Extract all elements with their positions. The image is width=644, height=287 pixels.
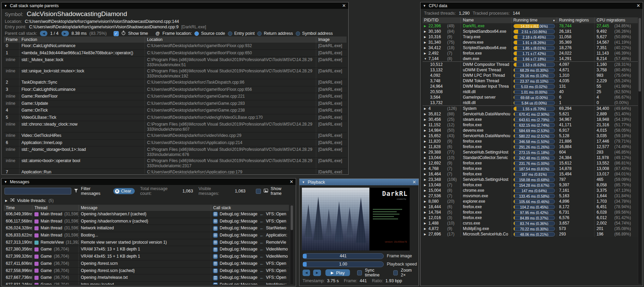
entry-value[interactable]: C:\Users\wolf\Desktop\darkrl\src\game\vi…	[29, 25, 178, 29]
cpu-row[interactable]: 10,512DWM Compositor Thread1.53 s (6.63%…	[423, 61, 639, 67]
cpu-row[interactable]: ▼7,144(8)dwm.exe1.66 s (7.18%)14,2918,21…	[423, 56, 639, 61]
cpu-row[interactable]: ▶27,696(17)Microsoft.ServiceHub.Co48.06 …	[423, 231, 639, 237]
close-icon[interactable]: ✕	[636, 3, 640, 8]
cpu-row[interactable]: ▶4,872(9)MsMpEng.exe70.22 ms (0.30%)5732…	[423, 226, 639, 231]
message-row[interactable]: 627,831,246nsGame(36,704)Intro menu load…	[4, 282, 289, 285]
expand-icon[interactable]: ▶	[424, 177, 428, 182]
message-row[interactable]: 606,117,568nsMain thread(31,596)Opening …	[4, 218, 289, 225]
col-pid-tid[interactable]: PID/TID	[423, 17, 461, 23]
callstack-row[interactable]: 7Application::RunC:\Users\wolf\Desktop\d…	[4, 169, 347, 174]
expand-icon[interactable]: ▶	[424, 188, 428, 193]
cpu-row[interactable]: ▶13,044(10)StandardCollector.Servic242.4…	[423, 155, 639, 160]
cpu-row[interactable]: 4,092DWM LPC Port Thread29.16 ms (0.13%)…	[423, 73, 639, 78]
cpu-row[interactable]: ▶12,692(9)firefox.exe231.76 ms (1.00%)15…	[423, 160, 639, 166]
collapse-icon[interactable]: ▼	[4, 180, 7, 184]
cpu-row[interactable]: ▶8,080(20)explorer.exe105.66 ms (0.46%)4…	[423, 199, 639, 204]
visible-threads-row[interactable]: ▶ Visible threads: (5)	[5, 198, 54, 203]
col-running-regions[interactable]: Running regions	[557, 17, 595, 23]
cpu-row[interactable]: ▶11,820(9)firefox.exe346.58 ms (1.50%)21…	[423, 139, 639, 144]
col-running-time[interactable]: Running time▼	[512, 17, 557, 23]
expand-icon[interactable]: ▶	[424, 133, 428, 139]
next-frame-button[interactable]: ▶	[313, 270, 321, 276]
expand-icon[interactable]: ▶	[424, 232, 428, 237]
expand-icon[interactable]: ▶	[424, 123, 428, 128]
expand-icon[interactable]: ▶	[424, 139, 428, 144]
cpu-row[interactable]: ▶2,492(7)firefox.exe1.71 s (7.42%)24,022…	[423, 51, 639, 56]
cpu-row[interactable]: ▶31,340(75)devenv.exe1.91 s (8.26%)35,36…	[423, 40, 639, 45]
cpu-row[interactable]: ▶13,048(7)firefox.exe154.28 ms (0.67%)9,…	[423, 182, 639, 188]
cpu-row[interactable]: ▶11,152(12)firefox.exe632.15 ms (2.74%)4…	[423, 122, 639, 128]
cpu-row[interactable]: ▶35,812(88)ServiceHub.DataWarehou670.41 …	[423, 111, 639, 117]
expand-icon[interactable]: ▶	[424, 40, 428, 45]
cpu-row[interactable]: ▶30,456(25)steam.exe643.61 ms (2.79%)34,…	[423, 117, 639, 122]
cpu-row[interactable]: ▶12,016(3)firefox.exe84.89 ms (0.37%)6,5…	[423, 215, 639, 220]
cpu-row[interactable]: 13,732ntdll.dll5.84 us (0.00%)10(0.00%)	[423, 100, 639, 105]
expand-icon[interactable]: ▶	[424, 210, 428, 215]
cpu-row[interactable]: ▶22,396(49)DarkRL.exe14.33 s (62.06%)78,…	[423, 23, 639, 29]
cpu-scrollbar-thumb[interactable]	[639, 18, 641, 91]
callstack-row[interactable]: inlineGame::UpdateC:\Users\wolf\Desktop\…	[4, 100, 347, 107]
expand-icon[interactable]: ▶	[424, 155, 428, 160]
callstack-row[interactable]: 5VideoGLBase::TickC:\Users\wolf\Desktop\…	[4, 114, 347, 121]
callstack-row[interactable]: inlinestd::chrono::steady_clock::nowC:\P…	[4, 121, 347, 132]
callstack-row[interactable]: inlineGame::RenderFloorC:\Users\wolf\Des…	[4, 93, 347, 100]
callstack-row[interactable]: 2TaskDispatch::SyncC:\Users\wolf\Desktop…	[4, 79, 347, 86]
radio-return-address[interactable]: Return address	[257, 31, 293, 36]
cpu-row[interactable]: 24,964DWM Master Input Threa5.03 ms (0.0…	[423, 84, 639, 89]
cpu-row[interactable]: ▶10,316(9)Tracy.exe2.18 s (9.45%)11,0585…	[423, 34, 639, 40]
col-cpu-migrations[interactable]: CPU migrations	[595, 17, 639, 23]
expand-icon[interactable]: ▶	[424, 199, 428, 204]
callstack-cell[interactable]: DebugLog::Message←Application:	[211, 232, 289, 239]
expand-icon[interactable]: ▶	[424, 150, 428, 155]
callstack-cell[interactable]: DebugLog::Message←VFS::Open	[211, 268, 289, 274]
prev-callstack-button[interactable]: ◀	[40, 31, 47, 36]
cpu-row[interactable]: ▶14,984(50)devenv.exe584.69 ms (2.53%)6,…	[423, 128, 639, 133]
cpu-row[interactable]: 3,748DWM Token Thread23.37 ms (0.10%)4,0…	[423, 78, 639, 84]
callstack-row[interactable]: inlinestd::unique_lock<std::mutex>::lock…	[4, 68, 347, 79]
expand-icon[interactable]: ▶	[424, 172, 428, 177]
collapse-icon[interactable]: ▼	[302, 181, 305, 184]
message-row[interactable]: 627,667,736nsGame(36,704)Opening /meta/r…	[4, 274, 289, 282]
cpu-row[interactable]: ▶29,388(77)ServiceHub.SettingsHost273.15…	[423, 149, 639, 155]
expand-icon[interactable]: ▶	[424, 112, 428, 117]
callstack-cell[interactable]: DebugLog::Message←VideoMemo	[211, 246, 289, 253]
callstack-row[interactable]: inlinestd::atomic<bool>::operator boolC:…	[4, 158, 347, 169]
callstack-cell[interactable]: DebugLog::Message←VFS::Open	[211, 274, 289, 281]
show-frame-checkbox[interactable]	[256, 189, 261, 194]
expand-icon[interactable]: ▶	[424, 106, 428, 111]
callstack-cell[interactable]: DebugLog::Message←IntroMenu::	[211, 282, 289, 285]
cpu-row[interactable]: ▶15,652(43)ServiceHub.DataWarehou580.22 …	[423, 133, 639, 139]
close-icon[interactable]: ✕	[290, 180, 293, 184]
col-name[interactable]: Name	[461, 17, 512, 23]
radio-source-code[interactable]: Source code	[194, 31, 225, 36]
callstack-row[interactable]: 6Application::InnerLoopC:\Users\wolf\Des…	[4, 140, 347, 147]
cpu-row[interactable]: ▶15,004(8)chrome.exe147 ms (0.64%)7,1613…	[423, 188, 639, 193]
messages-scrollbar-thumb[interactable]	[291, 205, 293, 230]
collapse-icon[interactable]: ▼	[4, 4, 7, 8]
callstack-row[interactable]: inlinestd::_Mutex_base::lockC:\Program F…	[4, 57, 347, 68]
cpu-row[interactable]: 13,132uDWM Event Thread68.29 ms (0.30%)4…	[423, 67, 639, 73]
expand-icon[interactable]: ▶	[424, 128, 428, 133]
callstack-row[interactable]: 3Floor::CalcLightNoLuminanceC:\Users\wol…	[4, 86, 347, 94]
cpu-row[interactable]: ▶18,444(6)firefox.exe104.2 ms (0.45%)8,1…	[423, 204, 639, 210]
message-row[interactable]: 627,313,190nsRemoteView(31,392)Remote vi…	[4, 239, 289, 246]
cpu-row[interactable]: ▶16,464(7)firefox.exe187 ms (0.81%)15,49…	[423, 171, 639, 177]
message-row[interactable]: 626,024,328nsMain thread(31,596)Network …	[4, 225, 289, 232]
callstack-cell[interactable]: DebugLog::Message←VFS::Open	[211, 211, 289, 218]
cpu-row[interactable]: ▶1,488(10)csrss.exe83.74 ms (0.36%)3,657…	[423, 220, 639, 226]
expand-icon[interactable]: ▶	[424, 51, 428, 56]
callstack-row[interactable]: 0Floor::CalcLightNoLuminanceC:\Users\wol…	[4, 43, 347, 50]
expand-icon[interactable]: ▶	[424, 117, 428, 122]
next-callstack-button[interactable]: ▶	[61, 31, 69, 36]
cpu-row[interactable]: ▶23,348(106)ServiceHub.SettingsHost158.0…	[423, 177, 639, 182]
radio-entry-point[interactable]: Entry point	[228, 31, 255, 36]
zoom-2x-checkbox[interactable]	[393, 270, 398, 275]
expand-icon[interactable]: ▶	[424, 226, 428, 231]
expand-icon[interactable]: ▶	[424, 221, 428, 226]
expand-icon[interactable]: ▶	[424, 45, 428, 51]
message-row[interactable]: 627,380,356nsGame(36,704)VRAM 37x45: 13 …	[4, 246, 289, 253]
sync-timeline-checkbox[interactable]	[357, 270, 362, 275]
cpu-scrollbar[interactable]	[638, 17, 642, 284]
expand-icon[interactable]: ▶	[424, 183, 428, 188]
collapse-icon[interactable]: ▼	[423, 4, 426, 8]
